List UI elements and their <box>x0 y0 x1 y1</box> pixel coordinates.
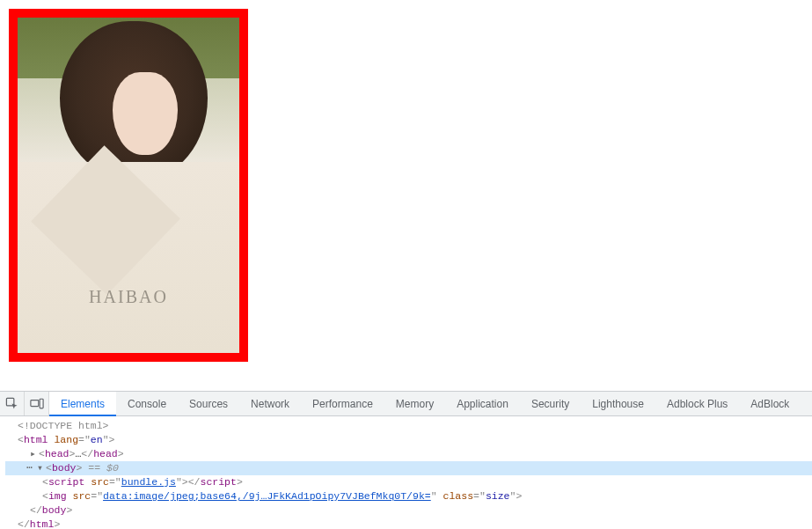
dom-img[interactable]: <img src="data:image/jpeg;base64,/9j…JFk… <box>5 489 812 503</box>
tab-security[interactable]: Security <box>520 392 581 415</box>
toggle-device-toolbar-button[interactable] <box>25 392 49 415</box>
tab-lighthouse[interactable]: Lighthouse <box>581 392 655 415</box>
dom-html-close[interactable]: </html> <box>5 518 812 529</box>
svg-rect-1 <box>30 400 38 406</box>
image-watermark: HAIBAO <box>18 287 239 307</box>
image-content: HAIBAO <box>18 18 239 353</box>
inspect-element-button[interactable] <box>0 392 25 415</box>
dom-head[interactable]: ▸<head>…</head> <box>5 447 812 461</box>
image-region <box>113 72 178 155</box>
dom-script[interactable]: <script src="bundle.js"></script> <box>5 475 812 489</box>
dom-body-close[interactable]: </body> <box>5 503 812 518</box>
svg-rect-2 <box>40 399 43 408</box>
page-image: HAIBAO <box>9 9 248 362</box>
tab-sources[interactable]: Sources <box>178 392 239 415</box>
tab-memory[interactable]: Memory <box>384 392 445 415</box>
devtools-tabstrip: ElementsConsoleSourcesNetworkPerformance… <box>0 392 812 416</box>
tab-performance[interactable]: Performance <box>301 392 384 415</box>
page-viewport: HAIBAO <box>0 0 812 391</box>
dom-doctype[interactable]: <!DOCTYPE html> <box>5 419 812 433</box>
tab-application[interactable]: Application <box>445 392 520 415</box>
tab-network[interactable]: Network <box>239 392 301 415</box>
tab-adblock[interactable]: AdBlock <box>739 392 801 415</box>
tab-elements[interactable]: Elements <box>49 392 116 415</box>
dom-body-open[interactable]: ⋯ ▾<body> == $0 <box>5 461 812 475</box>
devtools-panel: ElementsConsoleSourcesNetworkPerformance… <box>0 391 812 529</box>
elements-dom-tree[interactable]: <!DOCTYPE html><html lang="en">▸<head>…<… <box>0 416 812 529</box>
tab-adblock-plus[interactable]: Adblock Plus <box>655 392 739 415</box>
dom-html-open[interactable]: <html lang="en"> <box>5 433 812 447</box>
tab-console[interactable]: Console <box>116 392 178 415</box>
